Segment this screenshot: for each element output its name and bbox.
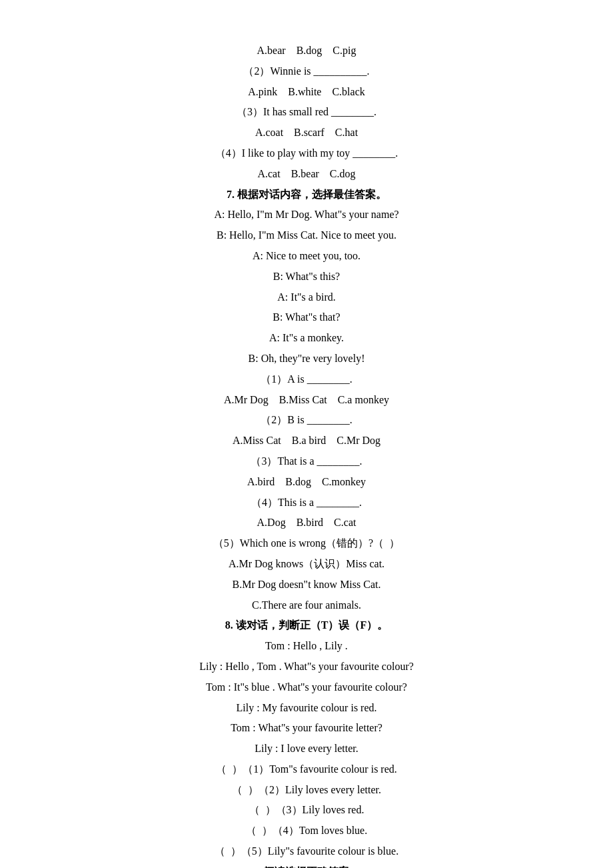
text-line-21: A.bird B.dog C.monkey xyxy=(53,473,560,492)
text-line-34: Lily : I love every letter. xyxy=(53,739,560,759)
text-line-36: （ ）（2）Lily loves every letter. xyxy=(53,781,560,800)
text-line-22: （4）This is a ________. xyxy=(53,493,560,513)
text-line-33: Tom : What"s your favourite letter? xyxy=(53,719,560,738)
text-line-31: Tom : It"s blue . What"s your favourite … xyxy=(53,678,560,697)
text-line-15: B: Oh, they"re very lovely! xyxy=(53,349,560,369)
text-line-39: （ ）（5）Lily"s favourite colour is blue. xyxy=(53,842,560,861)
text-line-11: B: What"s this? xyxy=(53,267,560,287)
text-line-37: （ ）（3）Lily loves red. xyxy=(53,801,560,820)
text-line-19: A.Miss Cat B.a bird C.Mr Dog xyxy=(53,431,560,451)
text-line-18: （2）B is ________. xyxy=(53,411,560,430)
text-line-16: （1）A is ________. xyxy=(53,370,560,389)
text-line-9: B: Hello, I"m Miss Cat. Nice to meet you… xyxy=(53,226,560,245)
text-line-40: 9. 阅读选择正确答案。 xyxy=(53,863,560,868)
text-line-25: A.Mr Dog knows（认识）Miss cat. xyxy=(53,555,560,574)
text-line-3: （3）It has small red ________. xyxy=(53,103,560,122)
text-line-23: A.Dog B.bird C.cat xyxy=(53,513,560,533)
text-line-8: A: Hello, I"m Mr Dog. What"s your name? xyxy=(53,205,560,225)
text-line-13: B: What"s that? xyxy=(53,308,560,327)
text-line-28: 8. 读对话，判断正（T）误（F）。 xyxy=(53,616,560,635)
text-line-0: A.bear B.dog C.pig xyxy=(53,41,560,61)
text-line-27: C.There are four animals. xyxy=(53,596,560,615)
text-line-2: A.pink B.white C.black xyxy=(53,83,560,102)
text-line-35: （ ）（1）Tom"s favourite colour is red. xyxy=(53,760,560,779)
text-line-5: （4）I like to play with my toy ________. xyxy=(53,144,560,163)
text-line-30: Lily : Hello , Tom . What"s your favouri… xyxy=(53,657,560,677)
text-line-20: （3）That is a ________. xyxy=(53,452,560,471)
text-line-12: A: It"s a bird. xyxy=(53,288,560,307)
text-line-1: （2）Winnie is __________. xyxy=(53,62,560,81)
text-line-17: A.Mr Dog B.Miss Cat C.a monkey xyxy=(53,391,560,410)
main-content: A.bear B.dog C.pig（2）Winnie is _________… xyxy=(53,40,560,868)
text-line-32: Lily : My favourite colour is red. xyxy=(53,699,560,718)
text-line-6: A.cat B.bear C.dog xyxy=(53,165,560,184)
text-line-4: A.coat B.scarf C.hat xyxy=(53,123,560,143)
text-line-29: Tom : Hello , Lily . xyxy=(53,637,560,656)
text-line-10: A: Nice to meet you, too. xyxy=(53,247,560,266)
text-line-26: B.Mr Dog doesn"t know Miss Cat. xyxy=(53,575,560,595)
text-line-24: （5）Which one is wrong（错的）?（ ） xyxy=(53,534,560,553)
text-line-14: A: It"s a monkey. xyxy=(53,329,560,348)
text-line-7: 7. 根据对话内容，选择最佳答案。 xyxy=(53,185,560,205)
text-line-38: （ ）（4）Tom loves blue. xyxy=(53,821,560,841)
